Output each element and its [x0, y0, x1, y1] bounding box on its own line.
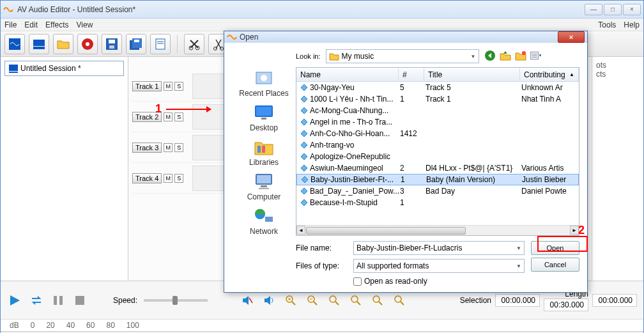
place-libraries[interactable]: Libraries [249, 137, 279, 167]
svg-marker-26 [264, 296, 270, 305]
svg-marker-50 [539, 54, 540, 56]
speed-label: Speed: [113, 296, 137, 305]
col-num[interactable]: # [399, 68, 424, 81]
back-icon[interactable] [484, 50, 496, 63]
right-ots: ots [596, 61, 640, 70]
zoom-in-icon[interactable] [283, 293, 298, 308]
waveform-icon[interactable] [4, 34, 25, 54]
readonly-checkbox[interactable] [353, 277, 362, 286]
col-title[interactable]: Title [424, 68, 520, 81]
track-label[interactable]: Track 4 [132, 173, 162, 183]
notes-icon[interactable] [150, 34, 171, 54]
mute-button[interactable]: M [164, 143, 172, 152]
annotation-1: 1 [155, 102, 162, 116]
play-icon[interactable] [7, 293, 22, 308]
svg-marker-24 [243, 296, 249, 305]
menu-help[interactable]: Help [624, 20, 640, 29]
file-row[interactable]: Apologize-OneRepublic [296, 151, 579, 162]
file-row[interactable]: Bad_Day_-_Daniel_Pow...3Bad DayDaniel Po… [296, 185, 579, 197]
svg-rect-55 [261, 118, 266, 120]
selection-end[interactable]: 00:00.000 [592, 294, 637, 307]
annotation-arrow [166, 109, 211, 110]
svg-marker-20 [10, 295, 20, 306]
titlebar: AV Audio Editor - Untitled Session* — □ … [1, 1, 643, 19]
speaker-mute-icon[interactable] [240, 293, 255, 308]
menu-file[interactable]: File [4, 20, 17, 29]
col-name[interactable]: Name [296, 68, 399, 81]
readonly-label: Open as read-only [364, 277, 427, 286]
open-dialog: Open × Look in: My music ▼ Recent Places… [224, 31, 588, 293]
loop-icon[interactable] [29, 293, 44, 308]
up-icon[interactable] [500, 50, 511, 63]
scroll-thumb[interactable] [306, 227, 466, 235]
new-folder-icon[interactable] [515, 50, 526, 63]
selection-start[interactable]: 00:00.000 [495, 294, 540, 307]
app-icon [3, 4, 13, 15]
zoom-reset-icon[interactable] [392, 293, 407, 308]
session-tab[interactable]: Untitled Session * [4, 61, 124, 76]
close-button[interactable]: × [623, 4, 641, 15]
stop-icon[interactable] [72, 293, 88, 308]
file-row[interactable]: Ac-Mong-Cua-Nhung... [296, 105, 579, 116]
track-label[interactable]: Track 3 [132, 143, 162, 153]
zoom-full-icon[interactable] [348, 293, 364, 308]
speaker-icon[interactable] [261, 293, 277, 308]
file-row[interactable]: Angel in me - Th-o Tra... [296, 116, 579, 128]
place-network[interactable]: Network [250, 206, 278, 236]
cancel-button[interactable]: Cancel [531, 258, 579, 272]
svg-line-28 [292, 302, 295, 305]
lookin-label: Look in: [296, 52, 321, 60]
solo-button[interactable]: S [174, 82, 183, 91]
minimize-button[interactable]: — [585, 4, 602, 15]
place-desktop[interactable]: Desktop [250, 103, 278, 132]
maximize-button[interactable]: □ [604, 4, 622, 15]
file-row[interactable]: Because-I-m-Stupid1 [296, 197, 579, 208]
scroll-right-icon[interactable]: ► [570, 226, 579, 235]
mute-button[interactable]: M [164, 174, 172, 183]
speed-slider[interactable] [144, 299, 208, 302]
filename-input[interactable]: Baby-Justin-Bieber-Ft-Ludacris▼ [353, 241, 525, 255]
svg-rect-63 [265, 217, 273, 222]
file-row[interactable]: Anh-Co-Nho-Gi-Hoan...1412 [296, 128, 579, 139]
file-row[interactable]: 30-Ngay-Yeu5Track 5Unknown Ar [296, 82, 579, 93]
open-button[interactable]: Open [531, 241, 579, 255]
svg-marker-71 [301, 165, 307, 171]
scroll-left-icon[interactable]: ◄ [296, 226, 305, 235]
solo-button[interactable]: S [174, 112, 183, 121]
filetype-combo[interactable]: All supported formats▼ [353, 259, 525, 273]
solo-button[interactable]: S [174, 143, 183, 152]
track-label[interactable]: Track 1 [132, 81, 162, 91]
selection-length[interactable]: 00:30.000 [544, 298, 588, 311]
zoom-sel-icon[interactable] [326, 293, 342, 308]
file-row[interactable]: Aswiun-Maeumingeol2Dl4 HLxx - Pt$@| {A'S… [296, 162, 579, 174]
menu-tools[interactable]: Tools [598, 20, 616, 29]
menu-effects[interactable]: Effects [45, 20, 68, 29]
zoom-vert-icon[interactable] [370, 293, 385, 308]
record-icon[interactable] [77, 34, 98, 54]
dialog-close-button[interactable]: × [558, 31, 585, 43]
mute-button[interactable]: M [164, 112, 172, 121]
zoom-out-icon[interactable] [305, 293, 320, 308]
cut-icon[interactable] [184, 34, 204, 54]
session-icon[interactable] [29, 34, 49, 54]
lookin-combo[interactable]: My music ▼ [326, 49, 479, 63]
menu-view[interactable]: View [77, 20, 93, 29]
svg-rect-57 [262, 146, 265, 153]
col-contrib[interactable]: Contributing▲ [520, 68, 579, 81]
pause-icon[interactable] [50, 293, 66, 308]
view-menu-icon[interactable] [530, 50, 542, 63]
svg-line-37 [357, 302, 360, 305]
file-row[interactable]: Baby-Justin-Bieber-Ft-...1Baby (Main Ver… [296, 174, 579, 185]
place-recent[interactable]: Recent Places [239, 68, 288, 98]
save-icon[interactable] [102, 34, 122, 54]
hscrollbar[interactable]: ◄ ► [296, 225, 579, 235]
folder-open-icon[interactable] [53, 34, 73, 54]
mute-button[interactable]: M [164, 82, 172, 91]
svg-marker-69 [301, 142, 307, 148]
save-all-icon[interactable] [126, 34, 146, 54]
file-row[interactable]: Anh-trang-vo [296, 139, 579, 151]
solo-button[interactable]: S [174, 174, 183, 183]
menu-edit[interactable]: Edit [24, 20, 38, 29]
place-computer[interactable]: Computer [247, 172, 281, 201]
file-row[interactable]: 1000 L-i Yêu - Nh-t Tin...1Track 1Nhat T… [296, 93, 579, 105]
